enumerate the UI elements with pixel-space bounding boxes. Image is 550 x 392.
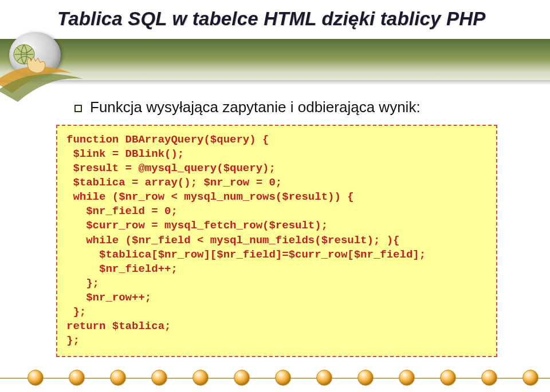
dot-icon bbox=[28, 370, 44, 386]
dot-icon bbox=[275, 370, 291, 386]
bullet-text: Funkcja wysyłająca zapytanie i odbierają… bbox=[90, 98, 421, 116]
dot-icon bbox=[69, 370, 85, 386]
dot-icon bbox=[110, 370, 126, 386]
dot-icon bbox=[192, 370, 209, 386]
bullet-icon bbox=[74, 105, 82, 112]
dot-icon bbox=[399, 370, 415, 386]
dot-icon bbox=[440, 370, 456, 386]
slide-icon bbox=[3, 27, 72, 90]
dot-icon bbox=[151, 370, 167, 386]
dot-icon bbox=[234, 370, 250, 386]
globe-hand-icon bbox=[10, 42, 50, 76]
bullet-item: Funkcja wysyłająca zapytanie i odbierają… bbox=[74, 98, 421, 116]
dot-icon bbox=[522, 370, 539, 386]
slide-title: Tablica SQL w tabelce HTML dzięki tablic… bbox=[57, 8, 485, 30]
code-block: function DBArrayQuery($query) { $link = … bbox=[56, 125, 497, 357]
footer-decoration bbox=[0, 365, 550, 392]
dot-icon bbox=[358, 370, 374, 386]
dot-icon bbox=[481, 370, 497, 386]
dot-icon bbox=[316, 370, 332, 386]
